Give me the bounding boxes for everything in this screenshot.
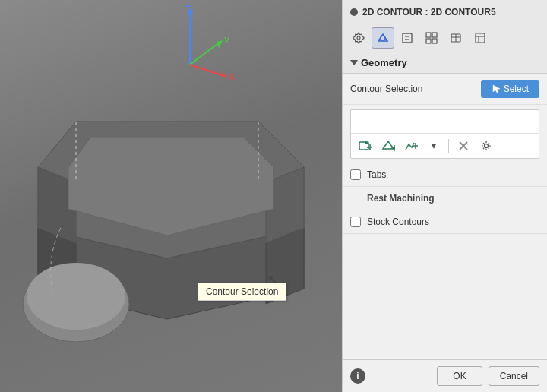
contour-settings-icon — [481, 141, 492, 151]
svg-marker-4 — [217, 40, 223, 48]
add-sketch-btn[interactable] — [401, 137, 421, 155]
svg-point-19 — [27, 263, 125, 330]
toolbar-geometry-btn[interactable] — [372, 27, 394, 49]
svg-rect-27 — [426, 39, 431, 43]
add-contour-btn[interactable] — [356, 137, 375, 155]
toolbar-separator — [448, 139, 449, 153]
stock-contours-checkbox[interactable] — [350, 217, 361, 227]
info-button[interactable]: i — [350, 368, 365, 384]
axis-indicator: Z Y X — [148, 4, 239, 87]
panel-title: 2D CONTOUR : 2D CONTOUR5 — [362, 7, 496, 17]
settings-icon — [353, 32, 365, 44]
add-face-btn[interactable] — [378, 137, 398, 155]
add-face-icon — [381, 140, 395, 152]
cancel-label: Cancel — [500, 371, 528, 381]
select-label: Select — [504, 84, 529, 94]
panel-header-icon — [350, 8, 358, 16]
toolbar-pattern-btn[interactable] — [444, 27, 467, 49]
toolbar-linking-btn[interactable] — [420, 27, 443, 49]
passes-icon — [401, 32, 413, 44]
panel-header: 2D CONTOUR : 2D CONTOUR5 — [343, 0, 547, 24]
stock-contours-row: Stock Contours — [343, 210, 547, 234]
svg-point-21 — [381, 36, 385, 40]
dropdown-btn[interactable]: ▾ — [424, 137, 444, 155]
geometry-label: Geometry — [361, 57, 407, 68]
ok-button[interactable]: OK — [437, 366, 482, 386]
collapse-triangle — [350, 60, 358, 65]
3d-shape — [15, 76, 334, 342]
tabs-label[interactable]: Tabs — [367, 169, 386, 180]
toolbar-passes-btn[interactable] — [396, 27, 419, 49]
svg-rect-28 — [432, 39, 437, 43]
svg-text:Y: Y — [224, 36, 230, 45]
geometry-icon — [377, 32, 389, 44]
info-icon-label: i — [356, 371, 359, 381]
cursor-icon — [492, 84, 501, 93]
contour-selection-tooltip: Contour Selection — [198, 283, 286, 301]
tabs-checkbox[interactable] — [350, 169, 361, 180]
toolbar-advanced-btn[interactable] — [469, 27, 492, 49]
svg-rect-26 — [432, 33, 437, 37]
svg-line-6 — [190, 65, 224, 76]
svg-point-20 — [357, 36, 360, 40]
contour-selection-row: Contour Selection Select — [343, 74, 547, 105]
advanced-icon — [474, 32, 486, 44]
stock-contours-label[interactable]: Stock Contours — [367, 217, 429, 227]
selection-box: ▾ — [350, 109, 539, 159]
contour-settings-btn[interactable] — [476, 137, 496, 155]
add-contour-icon — [359, 140, 372, 152]
svg-text:Z: Z — [186, 4, 191, 8]
rest-machining-row: Rest Machining — [343, 187, 547, 210]
delete-icon — [458, 141, 469, 151]
linking-icon — [425, 32, 438, 44]
ok-label: OK — [453, 371, 466, 381]
cancel-button[interactable]: Cancel — [489, 366, 539, 386]
footer-buttons: OK Cancel — [437, 366, 539, 386]
svg-rect-22 — [403, 33, 412, 43]
panel: 2D CONTOUR : 2D CONTOUR5 — [342, 0, 547, 392]
svg-marker-1 — [187, 8, 193, 14]
contour-selection-label: Contour Selection — [350, 84, 475, 94]
panel-footer: i OK Cancel — [343, 359, 547, 392]
add-sketch-icon — [404, 140, 418, 152]
selection-toolbar: ▾ — [351, 133, 539, 158]
toolbar-row — [343, 24, 547, 52]
footer-left: i — [350, 368, 365, 384]
svg-line-3 — [190, 42, 220, 65]
toolbar-settings-btn[interactable] — [347, 27, 370, 49]
delete-btn[interactable] — [454, 137, 473, 155]
select-button[interactable]: Select — [481, 80, 539, 98]
svg-rect-32 — [476, 33, 485, 43]
rest-machining-label: Rest Machining — [350, 193, 435, 204]
tabs-row: Tabs — [343, 163, 547, 187]
svg-marker-35 — [493, 85, 500, 93]
pattern-icon — [450, 32, 462, 44]
svg-rect-25 — [426, 33, 431, 37]
geometry-section-header: Geometry — [343, 52, 547, 74]
svg-point-47 — [485, 144, 489, 148]
tooltip-text: Contour Selection — [206, 286, 278, 297]
